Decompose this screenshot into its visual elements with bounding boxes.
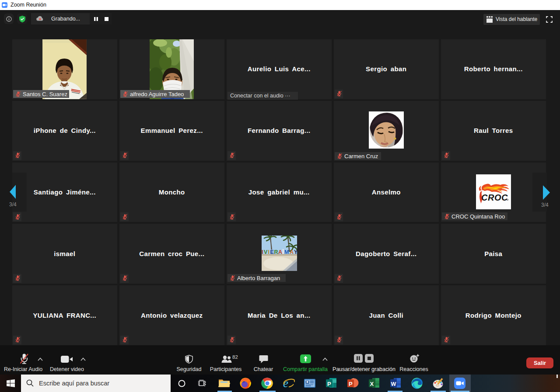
svg-text:I: I: [262, 249, 263, 255]
svg-text:P: P: [327, 381, 331, 387]
svg-text:W: W: [391, 381, 396, 387]
svg-text:A: A: [278, 249, 282, 255]
svg-text:A: A: [290, 249, 294, 255]
svg-text:I: I: [268, 249, 270, 255]
svg-text:Y: Y: [294, 249, 297, 255]
svg-text:V: V: [264, 249, 268, 255]
svg-text:R: R: [274, 249, 278, 255]
svg-text:X: X: [370, 381, 374, 387]
svg-text:CROC: CROC: [481, 193, 508, 202]
svg-text:M: M: [284, 249, 289, 255]
svg-text:P: P: [349, 381, 353, 387]
svg-text:E: E: [270, 249, 274, 255]
